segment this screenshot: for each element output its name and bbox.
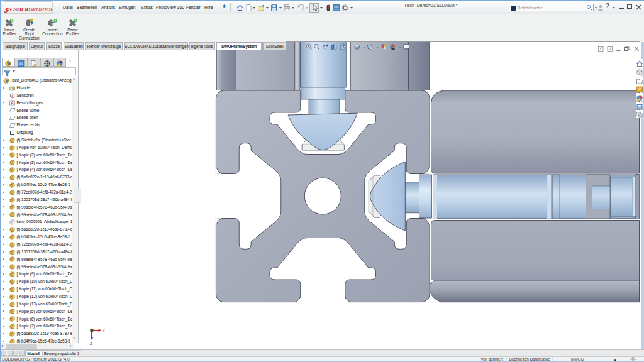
svg-text:Z: Z <box>90 341 92 346</box>
svg-text:X: X <box>103 329 106 333</box>
svg-text:A: A <box>11 101 14 105</box>
